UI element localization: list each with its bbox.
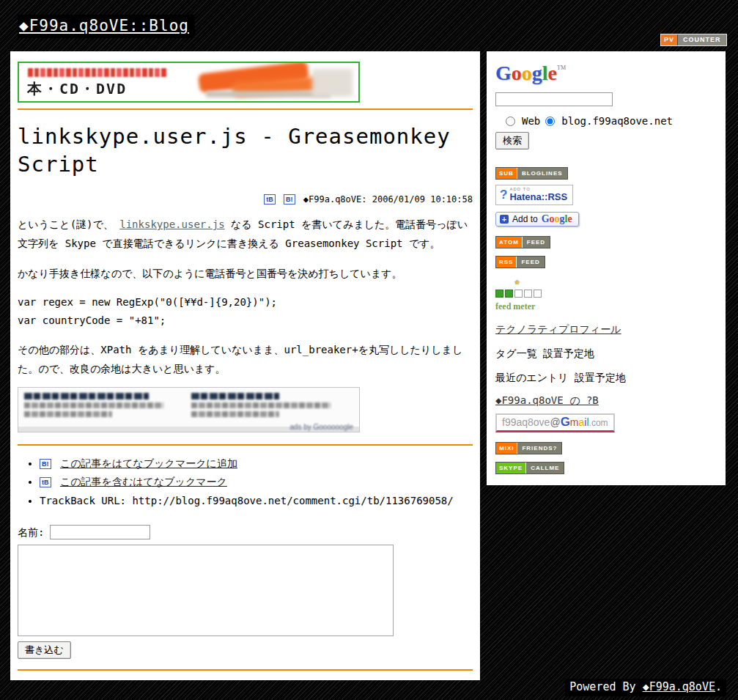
comment-form: 名前: 書き込む <box>18 525 473 659</box>
ads-by-google-label[interactable]: ads by Goooooogle <box>289 423 353 431</box>
author-link[interactable]: ◆F99a.q8oVE: <box>303 194 367 205</box>
at-symbol: @ <box>550 416 560 428</box>
badge-row: RSS FEED <box>495 253 717 268</box>
paragraph-1: ということ(謎)で、 linkskype.user.js なる Script を… <box>18 215 473 254</box>
pv-counter-right: COUNTER <box>677 34 726 45</box>
google-logo-letter: l <box>542 62 548 84</box>
ad-blurred-title <box>191 393 279 399</box>
mixi-friends-badge[interactable]: MIXI FRIENDS? <box>495 442 562 454</box>
hatena-rss-text: ADD TO Hatena::RSS <box>509 187 567 202</box>
gmail-logo-letter: G <box>561 415 570 429</box>
name-label: 名前: <box>18 526 44 537</box>
hatena-entry-bookmark-link[interactable]: この記事を含むはてなブックマーク <box>60 476 227 487</box>
atom-feed-badge[interactable]: ATOM FEED <box>495 236 550 248</box>
sidebar: GoogleTM Web blog.f99aq8ove.net 検索 SUB B… <box>487 51 726 485</box>
badge-right: FEED <box>522 237 550 248</box>
ad-blurred-line <box>24 411 112 417</box>
star-icon: ★ <box>514 277 717 286</box>
hatena-question-icon: ? <box>500 188 507 202</box>
feed-meter-square-empty <box>514 290 523 298</box>
badge-left: MIXI <box>496 443 517 454</box>
blog-title-link[interactable]: ◆F99a.q8oVE::Blog <box>18 15 195 38</box>
submit-comment-button[interactable]: 書き込む <box>18 641 71 659</box>
ad-blurred-line <box>24 402 163 408</box>
technorati-profile-link[interactable]: テクノラティプロフィール <box>495 323 621 336</box>
google-logo-letter: g <box>560 213 565 224</box>
gmail-address-badge[interactable]: f99aq8ove@Gmail.com <box>495 413 615 432</box>
hatena-add-bookmark-link[interactable]: この記事をはてなブックマークに追加 <box>60 457 237 469</box>
hatena-b-icon[interactable]: B! <box>284 194 295 205</box>
bloglines-sub-badge[interactable]: SUB BLOGLINES <box>495 167 568 180</box>
hatena-tb-icon[interactable]: tB <box>264 194 276 205</box>
gmail-logo-letter: m <box>570 416 579 428</box>
name-input[interactable] <box>50 525 150 539</box>
list-item: tB この記事を含むはてなブックマーク <box>40 473 473 491</box>
hatena-tb-icon[interactable]: tB <box>40 477 51 487</box>
feed-meter-square-filled <box>495 290 503 298</box>
feed-meter-square-empty <box>534 290 542 298</box>
google-logo-letter: o <box>550 213 555 224</box>
google-logo-letter: G <box>542 213 550 224</box>
paragraph-2: かなり手抜き仕様なので、以下のように電話番号と国番号を決め打ちしています。 <box>18 265 473 284</box>
badge-row: ATOM FEED <box>495 233 717 248</box>
feed-meter-square-empty <box>524 290 532 298</box>
badge-left: ATOM <box>496 237 522 248</box>
pv-counter-left: PV <box>661 34 677 45</box>
hatena-rss-badge[interactable]: ? ADD TO Hatena::RSS <box>495 185 573 205</box>
article-title: linkskype.user.js - Greasemonkey Script <box>18 123 473 178</box>
badge-left: RSS <box>496 257 516 268</box>
linkskype-script-link[interactable]: linkskype.user.js <box>119 218 224 230</box>
radio-web[interactable] <box>506 117 515 126</box>
badge-right: BLOGLINES <box>517 168 567 179</box>
recent-entries-placeholder: 最近のエントリ 設置予定地 <box>495 372 717 385</box>
badge-row: MIXI FRIENDS? <box>495 439 717 454</box>
banner-side-art <box>312 69 353 97</box>
tag-list-placeholder: タグ一覧 設置予定地 <box>495 347 717 361</box>
badge-right: FRIENDS? <box>517 443 561 454</box>
google-logo-letter: o <box>512 62 522 84</box>
trademark-symbol: TM <box>557 65 566 71</box>
badge-right: FEED <box>516 257 544 268</box>
google-search-input[interactable] <box>495 92 613 106</box>
google-logo-small: Google <box>542 214 572 224</box>
hatena-rss-label: Hatena::RSS <box>509 191 567 202</box>
add-to-google-badge[interactable]: + Add to Google <box>495 212 579 226</box>
google-logo-letter: g <box>532 62 542 84</box>
divider <box>18 108 473 110</box>
amazon-banner-ad[interactable]: 本・CD・DVD <box>18 62 360 103</box>
page-footer: Powered By ◆F99a.q8oVE. <box>565 679 726 696</box>
hatena-b-icon[interactable]: B! <box>40 459 51 469</box>
feed-meter-widget[interactable]: ★ feed meter <box>495 277 717 312</box>
google-logo: GoogleTM <box>495 63 717 84</box>
hatena-bookmark-link[interactable]: ◆F99a.q8oVE の ?B <box>495 394 599 408</box>
badge-row: SKYPE CALLME <box>495 459 717 474</box>
list-item: B! この記事をはてなブックマークに追加 <box>40 454 473 473</box>
divider <box>18 444 473 446</box>
feed-meter-square-filled <box>505 290 513 298</box>
gmail-domain: .com <box>589 418 608 428</box>
ad-blurred-title <box>24 393 149 399</box>
ad-blurred-line <box>191 411 279 417</box>
google-logo-letter: o <box>522 62 532 84</box>
add-to-label: Add to <box>512 214 538 224</box>
radio-site[interactable] <box>545 117 555 126</box>
post-datetime: 2006/01/09 10:10:58 <box>372 194 473 205</box>
article-links-list: B! この記事をはてなブックマークに追加 tB この記事を含むはてなブックマーク… <box>40 454 473 510</box>
ad-blurred-line <box>191 402 331 408</box>
skype-callme-badge[interactable]: SKYPE CALLME <box>495 462 564 474</box>
feed-meter-label: feed meter <box>495 301 717 312</box>
footer-blog-link[interactable]: ◆F99a.q8oVE <box>643 680 715 693</box>
google-logo-letter: o <box>555 213 560 224</box>
gmail-user: f99aq8ove <box>502 416 550 428</box>
rss-feed-badge[interactable]: RSS FEED <box>495 256 545 268</box>
banner-product-text: 本・CD・DVD <box>27 79 127 99</box>
article-meta: tB B! ◆F99a.q8oVE: 2006/01/09 10:10:58 <box>18 194 473 205</box>
adsense-ad-box[interactable]: ads by Goooooogle <box>18 387 360 432</box>
google-logo-letter: e <box>548 62 557 84</box>
paragraph-3: その他の部分は、XPath をあまり理解していないまま、url_breaker+… <box>18 341 473 379</box>
comment-textarea[interactable] <box>18 545 394 636</box>
pv-counter-badge[interactable]: PV COUNTER <box>660 34 727 46</box>
code-line-2: var countryCode = "+81"; <box>18 314 166 326</box>
search-button[interactable]: 検索 <box>495 132 529 150</box>
banner-blurred-text <box>28 68 167 77</box>
